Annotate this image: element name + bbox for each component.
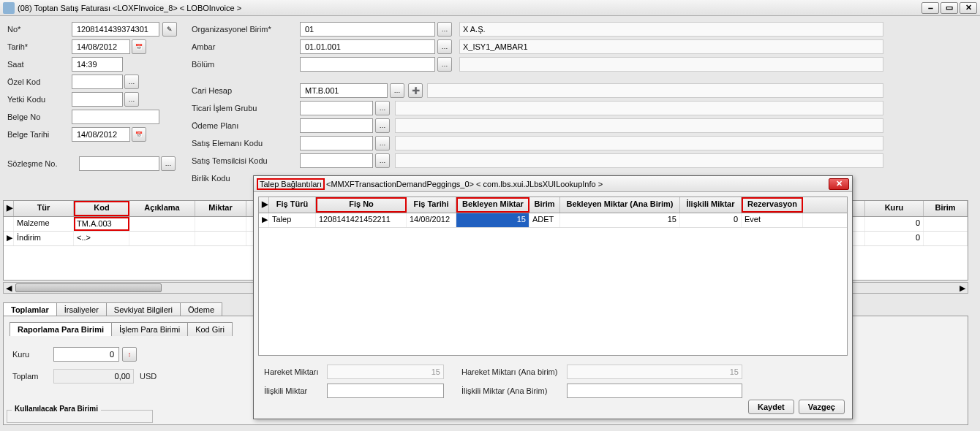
orgbirim-input[interactable] [300, 22, 435, 37]
saat-label: Saat [7, 60, 24, 69]
tab-toplamlar[interactable]: Toplamlar [3, 302, 57, 316]
tab-sevkiyat[interactable]: Sevkiyat Bilgileri [106, 302, 181, 316]
bolum-input[interactable] [300, 57, 435, 72]
yetkikodu-label: Yetki Kodu [7, 95, 45, 104]
table-row[interactable]: ▶ Talep 1208141421452211 14/08/2012 15 A… [259, 213, 847, 228]
belgetarihi-input[interactable] [72, 127, 130, 142]
dcol-fisno[interactable]: Fiş No [316, 197, 407, 213]
dialog-grid[interactable]: ▶ Fiş Türü Fiş No Fiş Tarihi Bekleyen Mi… [258, 197, 848, 356]
minimize-button[interactable]: ‒ [921, 2, 939, 14]
tarih-label: Tarih* [7, 42, 28, 51]
bolum-label: Bölüm [192, 60, 214, 69]
ambar-label: Ambar [192, 42, 215, 51]
bottom-tabs: Toplamlar İrsaliyeler Sevkiyat Bilgileri… [3, 302, 222, 316]
dcol-birim[interactable]: Birim [529, 197, 560, 213]
hareketmiktarana-value: 15 [567, 365, 742, 379]
orgbirim-lookup-icon[interactable]: … [437, 22, 452, 37]
sozlesmeno-label: Sözleşme No. [7, 159, 57, 168]
toplam-currency: USD [140, 372, 157, 381]
tab-irsaliyeler[interactable]: İrsaliyeler [56, 302, 107, 316]
carihesap-input[interactable] [300, 83, 388, 98]
birlikkodu-label: Birlik Kodu [192, 174, 230, 183]
kullanilacak-groupbox: Kullanılacak Para Birimi [12, 405, 101, 413]
app-icon [3, 2, 15, 14]
toplam-value: 0,00 [53, 369, 134, 384]
belgeno-label: Belge No [7, 112, 40, 121]
satiseleman-input[interactable] [300, 136, 373, 150]
vazgec-button[interactable]: Vazgeç [799, 400, 845, 414]
ambar-input[interactable] [300, 39, 435, 54]
satiseleman-lookup-icon[interactable]: … [375, 136, 390, 150]
sozlesmeno-input[interactable] [79, 156, 159, 171]
col-miktar[interactable]: Miktar [195, 201, 246, 216]
iliskilimiktar-input[interactable] [327, 384, 444, 398]
hareketmiktar-value: 15 [327, 365, 444, 379]
ozelkod-label: Özel Kod [7, 77, 40, 86]
satistemsilci-input[interactable] [300, 153, 373, 168]
dialog-close-button[interactable]: ✕ [829, 178, 849, 190]
dcol-bekleyen[interactable]: Bekleyen Miktar [456, 197, 529, 213]
iliskilimiktarana-input[interactable] [567, 384, 742, 398]
ambar-display: X_ISY1_AMBAR1 [459, 39, 883, 54]
kuru-input[interactable] [53, 347, 119, 362]
close-button[interactable]: ✕ [960, 2, 977, 14]
orgbirim-display: X A.Ş. [459, 22, 883, 37]
col-tur[interactable]: Tür [14, 201, 74, 216]
col-kuru[interactable]: Kuru [865, 201, 924, 216]
toplam-label: Toplam [12, 372, 38, 381]
iliskilimiktarana-label: İlişkili Miktar (Ana Birim) [461, 386, 547, 395]
yetkikodu-input[interactable] [72, 92, 123, 107]
bolum-lookup-icon[interactable]: … [437, 57, 452, 72]
odemeplani-input[interactable] [300, 118, 373, 133]
no-input[interactable] [72, 22, 159, 37]
dcol-rezervasyon[interactable]: Rezervasyon [742, 197, 803, 213]
no-label: No* [7, 25, 20, 34]
carihesap-lookup-icon[interactable]: … [390, 83, 404, 98]
satistemsilci-lookup-icon[interactable]: … [375, 153, 390, 168]
saat-input[interactable] [72, 57, 123, 72]
window-title: (08) Toptan Satış Faturası <LOXFInvoice_… [18, 4, 920, 12]
dcol-iliskili[interactable]: İlişkili Miktar [680, 197, 742, 213]
belgetarihi-label: Belge Tarihi [7, 130, 49, 139]
satistemsilci-display [395, 153, 883, 168]
col-birim[interactable]: Birim [924, 201, 968, 216]
window-titlebar: (08) Toptan Satış Faturası <LOXFInvoice_… [0, 0, 980, 16]
ozelkod-lookup-icon[interactable]: … [124, 75, 139, 89]
subtab-raporlama[interactable]: Raporlama Para Birimi [10, 322, 112, 336]
bolum-display [459, 57, 883, 72]
tarih-date-icon[interactable]: 📅 [132, 39, 146, 54]
restore-button[interactable]: ▭ [941, 2, 958, 14]
dialog-titlebar: Talep Bağlantıları <MMXFTransactionDeman… [254, 176, 852, 192]
belgetarihi-date-icon[interactable]: 📅 [132, 127, 146, 142]
ozelkod-input[interactable] [72, 75, 123, 89]
tarih-input[interactable] [72, 39, 130, 54]
dcol-fistarihi[interactable]: Fiş Tarihi [407, 197, 456, 213]
tab-odeme[interactable]: Ödeme [180, 302, 222, 316]
satistemsilci-label: Satış Temsilcisi Kodu [192, 156, 268, 165]
belgeno-input[interactable] [72, 110, 159, 124]
dcol-bekleyenana[interactable]: Bekleyen Miktar (Ana Birim) [560, 197, 680, 213]
subtab-islem[interactable]: İşlem Para Birimi [111, 322, 188, 336]
subtab-kodgiri[interactable]: Kod Giri [187, 322, 233, 336]
ticariisl-lookup-icon[interactable]: … [375, 101, 390, 115]
ticariisl-label: Ticari İşlem Grubu [192, 104, 257, 112]
lookup-dialog: Talep Bağlantıları <MMXFTransactionDeman… [253, 175, 853, 419]
kaydet-button[interactable]: Kaydet [748, 400, 794, 414]
yetkikodu-lookup-icon[interactable]: … [124, 92, 139, 107]
odemeplani-lookup-icon[interactable]: … [375, 118, 390, 133]
orgbirim-label: Organizasyonel Birim* [192, 25, 271, 34]
odemeplani-label: Ödeme Planı [192, 121, 238, 130]
iliskilimiktar-label: İlişkili Miktar [264, 386, 307, 395]
kuru-rate-icon[interactable]: ↕ [122, 347, 137, 362]
col-kod[interactable]: Kod [74, 201, 129, 216]
ambar-lookup-icon[interactable]: … [437, 39, 452, 54]
no-new-icon[interactable]: ✎ [162, 22, 177, 37]
dcol-fisturu[interactable]: Fiş Türü [269, 197, 316, 213]
sozlesmeno-lookup-icon[interactable]: … [161, 156, 176, 171]
col-aciklama[interactable]: Açıklama [129, 201, 195, 216]
dialog-title-prefix: Talep Bağlantıları [257, 178, 325, 190]
carihesap-new-icon[interactable]: ➕ [408, 83, 423, 98]
hareketmiktarana-label: Hareket Miktarı (Ana birim) [461, 367, 557, 376]
kuru-label: Kuru [12, 350, 29, 359]
ticariisl-input[interactable] [300, 101, 373, 115]
